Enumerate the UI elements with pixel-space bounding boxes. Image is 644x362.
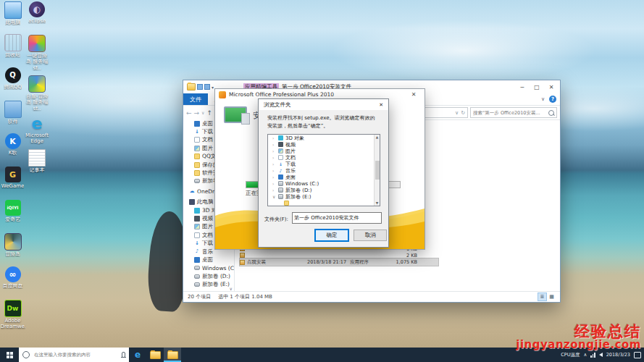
forward-icon[interactable]: →: [194, 109, 200, 117]
desktop-icon-recycle-bin[interactable]: 回收站: [1, 34, 25, 67]
ribbon-expand-icon[interactable]: ∨: [541, 96, 545, 102]
watermark-title: 经验总结: [516, 324, 641, 340]
desktop-icons-column-2: ◐eclipse 一键冒险岛 服务端st.. 台服-冒险岛 服务端st.. eM…: [25, 1, 49, 182]
close-icon[interactable]: ✕: [406, 91, 421, 98]
desktop-icon-baidu-pan[interactable]: ∞百度网盘: [1, 266, 25, 300]
file-row-selected[interactable]: 点我安装 2018/3/18 21:17 应用程序 1,075 KB: [240, 258, 438, 266]
dialog-message: 安装程序找不到 setup.exe。请浏览确定有效的安装源，然后单击“确定”。: [267, 114, 378, 130]
scrollbar-thumb[interactable]: [375, 161, 380, 180]
desktop-icon-wegame[interactable]: GWeGame: [1, 167, 25, 200]
explorer-search[interactable]: [470, 107, 557, 118]
tree-item-subfolder[interactable]: [268, 200, 380, 206]
sidebar-scroll-down-icon[interactable]: ∨: [230, 286, 233, 291]
desktop-icon: [278, 174, 283, 180]
folder-icon: [187, 83, 196, 90]
tray-expand-icon[interactable]: ∧: [583, 352, 587, 358]
desktop-icon-k-app[interactable]: KK歌: [1, 133, 25, 167]
tree-scrollbar[interactable]: ▲ ▼: [374, 135, 380, 206]
scroll-down-icon[interactable]: ▼: [376, 201, 378, 205]
video-icon: [278, 142, 283, 147]
desktop-icon: [194, 121, 200, 127]
browse-folder-dialog: 浏览文件夹 ✕ 安装程序找不到 setup.exe。请浏览确定有效的安装源，然后…: [258, 98, 389, 248]
desktop-icon-game-server-1[interactable]: 一键冒险岛 服务端st..: [25, 35, 49, 75]
folder-tree[interactable]: ›3D 对象 ›视频 ›图片 ›文档 ›↓下载 ›♪音乐 ›桌面 ›Window…: [267, 134, 380, 206]
back-icon[interactable]: ←: [186, 109, 192, 117]
taskbar-open-folder[interactable]: [164, 348, 181, 362]
start-button[interactable]: [0, 348, 19, 362]
sidebar-item-desktop-pc[interactable]: 桌面: [183, 256, 234, 264]
quick-access-toolbar[interactable]: ▾: [185, 83, 216, 90]
qat-menu-icon[interactable]: ▾: [212, 85, 214, 90]
qat-button-icon: [204, 84, 210, 90]
edge-icon: e: [29, 116, 45, 132]
dialog-titlebar[interactable]: 浏览文件夹 ✕: [259, 99, 388, 110]
icons-view-button[interactable]: ▦: [548, 293, 556, 300]
desktop-icon-this-pc[interactable]: 此电脑: [1, 1, 25, 34]
desktop-icon-notepad-doc[interactable]: 记事本: [25, 149, 49, 182]
sidebar-item-volume-e[interactable]: 新加卷 (E:): [183, 280, 234, 288]
wegame-icon: G: [5, 167, 21, 182]
close-button[interactable]: ✕: [544, 84, 559, 90]
cpu-widget[interactable]: CPU温度: [561, 352, 580, 358]
folder-field-label: 文件夹(F):: [264, 216, 288, 223]
desktop-icon-eclipse[interactable]: ◐eclipse: [25, 1, 49, 35]
drive-icon: [194, 266, 200, 270]
scroll-up-icon[interactable]: ▲: [376, 135, 378, 139]
notification-center-icon[interactable]: [634, 352, 641, 358]
recycle-bin-icon: [4, 34, 22, 51]
selection-info: 选中 1 个项目 1.04 MB: [218, 293, 272, 300]
qat-button-icon: [197, 84, 203, 90]
desktop-icon-game-server-2[interactable]: 台服-冒险岛 服务端st..: [25, 75, 49, 116]
up-icon[interactable]: ↑: [207, 109, 213, 117]
taskbar-file-explorer[interactable]: [146, 348, 164, 362]
desktop-icon-iqiyi[interactable]: iQIYI爱奇艺: [1, 200, 25, 233]
eclipse-icon: ◐: [29, 1, 45, 17]
desktop-icon-software-folder[interactable]: 软件: [1, 101, 25, 133]
cancel-button[interactable]: 取消: [354, 230, 387, 241]
3d-object-icon: [278, 135, 283, 140]
taskbar-search-input[interactable]: [33, 351, 119, 358]
network-icon[interactable]: [590, 353, 595, 358]
file-row[interactable]: 2 KB: [240, 252, 438, 258]
refresh-icon[interactable]: ↻: [461, 110, 465, 116]
tree-item-desktop[interactable]: ›桌面: [268, 174, 380, 180]
volume-icon[interactable]: [599, 353, 603, 357]
desktop-icon-game[interactable]: 冒险岛: [1, 233, 25, 266]
system-tray: CPU温度 ∧ 2018/3/23: [561, 352, 644, 358]
close-icon[interactable]: ✕: [373, 102, 383, 108]
folder-name-input[interactable]: [292, 212, 382, 224]
ok-button[interactable]: 确定: [315, 230, 348, 241]
video-icon: [194, 216, 200, 222]
iqiyi-icon: iQIYI: [5, 200, 21, 216]
recent-locations-icon[interactable]: ∨: [201, 110, 204, 115]
music-icon: ♪: [278, 168, 283, 173]
address-dropdown-icon[interactable]: ∨: [455, 110, 459, 116]
onedrive-cloud-icon: ☁: [189, 189, 195, 195]
sidebar-item-volume-d[interactable]: 新加卷 (D:): [183, 272, 234, 280]
desktop: 此电脑 回收站 Q腾讯QQ 软件 KK歌 GWeGame iQIYI爱奇艺 冒险…: [0, 0, 644, 362]
details-view-button[interactable]: ≣: [538, 293, 546, 300]
desktop-icons-column-1: 此电脑 回收站 Q腾讯QQ 软件 KK歌 GWeGame iQIYI爱奇艺 冒险…: [1, 1, 25, 332]
taskbar-edge[interactable]: e: [129, 348, 146, 362]
desktop-icon-edge[interactable]: eMicrosoft Edge: [25, 116, 49, 149]
game-icon: [4, 233, 22, 251]
drive-icon: [194, 179, 200, 183]
windows-logo-icon: [7, 352, 13, 358]
minimize-button[interactable]: ─: [515, 84, 530, 90]
desktop-icon-dreamweaver[interactable]: DwAdobe Dreamwe..: [1, 300, 25, 332]
help-icon[interactable]: ?: [549, 96, 556, 103]
music-icon: ♪: [194, 249, 200, 255]
taskbar-date[interactable]: 2018/3/23: [606, 352, 630, 358]
desktop-icon-qq[interactable]: Q腾讯QQ: [1, 67, 25, 101]
download-icon: ↓: [278, 161, 283, 167]
drive-icon: [194, 282, 200, 287]
cortana-icon: [22, 351, 30, 358]
search-input[interactable]: [473, 110, 548, 116]
taskbar-search[interactable]: [19, 348, 129, 362]
maximize-button[interactable]: □: [530, 84, 544, 90]
tab-file[interactable]: 文件: [183, 93, 208, 105]
tree-item-volume-e[interactable]: ∨新加卷 (E:): [268, 193, 380, 200]
microphone-icon[interactable]: [122, 352, 125, 358]
sidebar-item-windows-c[interactable]: Windows (C:): [183, 264, 234, 272]
picture-icon: [278, 148, 283, 153]
